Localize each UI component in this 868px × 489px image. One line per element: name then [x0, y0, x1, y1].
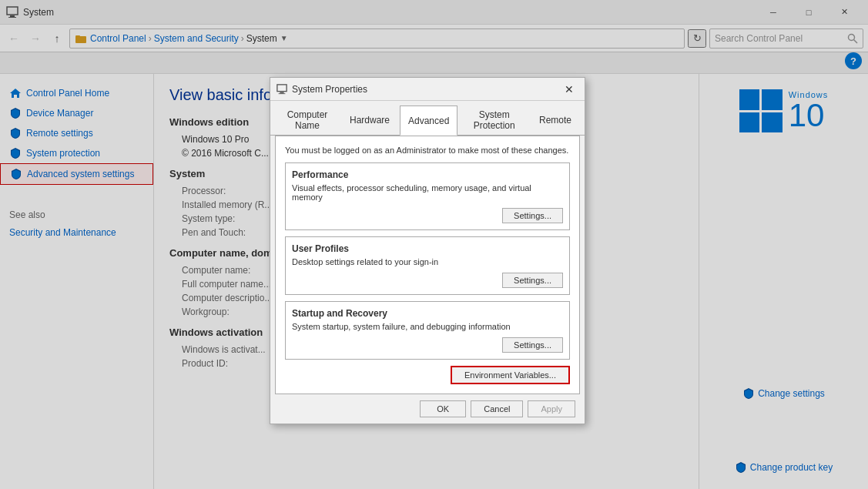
tab-advanced[interactable]: Advanced — [400, 106, 457, 136]
performance-section: Performance Visual effects, processor sc… — [285, 162, 570, 230]
performance-text: Visual effects, processor scheduling, me… — [292, 183, 563, 202]
startup-recovery-text: System startup, system failure, and debu… — [292, 322, 563, 331]
dialog-ok-button[interactable]: OK — [420, 400, 466, 417]
performance-settings-button[interactable]: Settings... — [502, 208, 563, 223]
dialog-title: System Properties — [292, 84, 560, 95]
tab-hardware[interactable]: Hardware — [341, 106, 398, 135]
dialog-title-bar: System Properties ✕ — [270, 78, 585, 101]
performance-title: Performance — [292, 169, 563, 180]
user-profiles-section: User Profiles Desktop settings related t… — [285, 236, 570, 295]
environment-variables-button[interactable]: Environment Variables... — [451, 366, 570, 384]
dialog-apply-button[interactable]: Apply — [528, 400, 575, 417]
dialog-body: You must be logged on as an Administrato… — [275, 136, 580, 394]
dialog-overlay: System Properties ✕ Computer Name Hardwa… — [0, 0, 868, 489]
dialog-cancel-button[interactable]: Cancel — [471, 400, 523, 417]
tab-system-protection[interactable]: System Protection — [459, 106, 529, 135]
system-properties-dialog: System Properties ✕ Computer Name Hardwa… — [270, 77, 585, 424]
dialog-footer: OK Cancel Apply — [270, 394, 585, 424]
tab-computer-name[interactable]: Computer Name — [275, 106, 340, 135]
user-profiles-title: User Profiles — [292, 243, 563, 254]
startup-settings-button[interactable]: Settings... — [502, 337, 563, 353]
tab-remote[interactable]: Remote — [531, 106, 580, 135]
dialog-tabs: Computer Name Hardware Advanced System P… — [270, 101, 585, 136]
startup-recovery-section: Startup and Recovery System startup, sys… — [285, 301, 570, 360]
svg-rect-10 — [279, 93, 286, 94]
user-profiles-settings-button[interactable]: Settings... — [502, 273, 563, 288]
user-profiles-text: Desktop settings related to your sign-in — [292, 257, 563, 266]
startup-recovery-title: Startup and Recovery — [292, 308, 563, 319]
env-vars-row: Environment Variables... — [285, 366, 570, 384]
dialog-system-icon — [276, 84, 287, 95]
dialog-close-button[interactable]: ✕ — [560, 80, 578, 99]
svg-rect-9 — [280, 92, 283, 93]
dialog-notice: You must be logged on as an Administrato… — [285, 146, 570, 155]
svg-rect-8 — [277, 84, 287, 91]
